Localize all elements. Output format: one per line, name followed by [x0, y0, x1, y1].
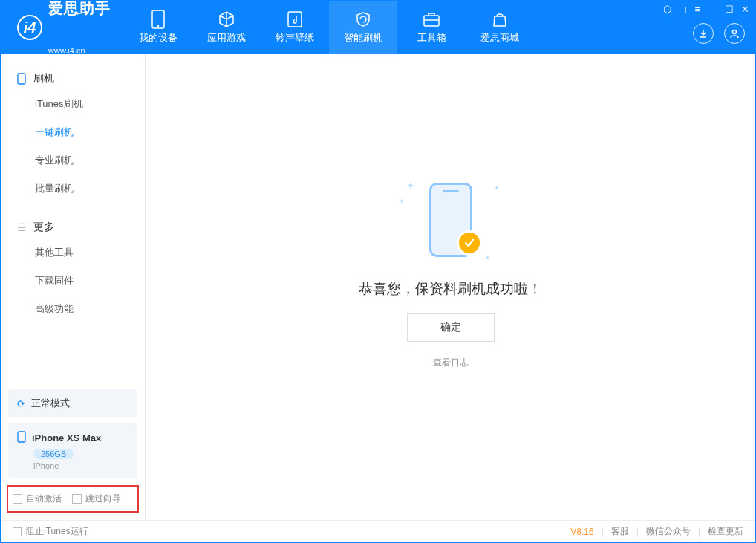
status-label: 正常模式	[31, 397, 70, 410]
footer-wechat-link[interactable]: 微信公众号	[646, 525, 691, 538]
footer-support-link[interactable]: 客服	[611, 525, 629, 538]
svg-rect-2	[288, 12, 302, 27]
briefcase-icon	[423, 10, 440, 28]
device-mode-status[interactable]: ⟳ 正常模式	[8, 389, 137, 417]
footer: 阻止iTunes运行 V8.16 | 客服 | 微信公众号 | 检查更新	[1, 520, 755, 542]
sidebar-head-more: ☰ 更多	[1, 216, 145, 238]
check-badge-icon	[457, 230, 482, 256]
ok-button[interactable]: 确定	[407, 313, 495, 342]
app-name: 爱思助手	[48, 0, 111, 46]
sparkle-icon: ✦	[485, 254, 491, 261]
bag-icon	[491, 10, 509, 28]
device-icon	[17, 431, 26, 445]
highlighted-checkbox-row: 自动激活 跳过向导	[7, 485, 139, 513]
user-button[interactable]	[724, 23, 745, 44]
refresh-icon: ⟳	[17, 398, 25, 409]
device-name: iPhone XS Max	[32, 432, 101, 443]
maximize-button[interactable]: ☐	[725, 4, 734, 15]
cube-icon	[218, 10, 235, 28]
sidebar-item-advanced[interactable]: 高级功能	[1, 295, 145, 323]
download-button[interactable]	[693, 23, 714, 44]
tab-store[interactable]: 爱思商城	[466, 1, 534, 54]
main-panel: ✦ ✦ ✦ ✦ 恭喜您，保资料刷机成功啦！ 确定 查看日志	[146, 54, 755, 520]
sidebar: 刷机 iTunes刷机 一键刷机 专业刷机 批量刷机 ☰ 更多 其他工具 下载固…	[1, 54, 146, 520]
checkbox-icon	[72, 494, 82, 504]
sidebar-item-itunes-flash[interactable]: iTunes刷机	[1, 90, 145, 118]
sidebar-head-label: 刷机	[33, 72, 54, 85]
phone-icon	[16, 73, 27, 85]
app-logo: i4 爱思助手 www.i4.cn	[1, 0, 124, 55]
skin-icon[interactable]: ⬡	[663, 4, 671, 15]
feedback-icon[interactable]: ◻	[679, 4, 687, 15]
checkbox-label: 自动激活	[26, 492, 62, 505]
footer-update-link[interactable]: 检查更新	[708, 525, 743, 538]
version-label: V8.16	[570, 527, 593, 537]
tab-label: 铃声壁纸	[276, 31, 314, 45]
sidebar-head-label: 更多	[33, 221, 54, 234]
sidebar-item-batch-flash[interactable]: 批量刷机	[1, 175, 145, 203]
success-message: 恭喜您，保资料刷机成功啦！	[359, 279, 542, 299]
device-info-box[interactable]: iPhone XS Max 256GB iPhone	[8, 423, 137, 478]
tab-apps-games[interactable]: 应用游戏	[192, 1, 261, 54]
success-illustration: ✦ ✦ ✦ ✦	[399, 175, 503, 264]
list-icon: ☰	[16, 221, 27, 233]
tab-label: 智能刷机	[344, 31, 382, 45]
svg-point-4	[733, 30, 737, 34]
sparkle-icon: ✦	[399, 198, 405, 205]
tab-ringtone-wallpaper[interactable]: 铃声壁纸	[261, 1, 329, 54]
sparkle-icon: ✦	[406, 180, 415, 192]
tab-my-device[interactable]: 我的设备	[124, 1, 192, 54]
sidebar-item-other-tools[interactable]: 其他工具	[1, 238, 145, 267]
device-type: iPhone	[33, 461, 128, 470]
view-log-link[interactable]: 查看日志	[433, 357, 469, 369]
checkbox-label: 阻止iTunes运行	[26, 525, 88, 538]
svg-rect-5	[18, 74, 25, 84]
sidebar-item-oneclick-flash[interactable]: 一键刷机	[1, 118, 145, 146]
checkbox-auto-activate[interactable]: 自动激活	[13, 492, 62, 505]
device-icon	[149, 10, 167, 28]
menu-icon[interactable]: ≡	[694, 4, 700, 15]
tab-toolbox[interactable]: 工具箱	[397, 1, 466, 54]
sidebar-item-pro-flash[interactable]: 专业刷机	[1, 146, 145, 175]
checkbox-icon	[13, 494, 22, 504]
svg-rect-3	[424, 16, 439, 26]
sidebar-head-flash: 刷机	[1, 68, 145, 90]
minimize-button[interactable]: —	[708, 4, 717, 15]
svg-rect-6	[18, 432, 25, 442]
device-capacity: 256GB	[33, 449, 74, 459]
close-button[interactable]: ✕	[741, 4, 749, 15]
tab-label: 应用游戏	[207, 31, 246, 45]
checkbox-block-itunes[interactable]: 阻止iTunes运行	[13, 525, 88, 538]
sidebar-item-download-firmware[interactable]: 下载固件	[1, 267, 145, 295]
refresh-shield-icon	[354, 10, 372, 28]
svg-point-1	[157, 25, 159, 27]
checkbox-label: 跳过向导	[85, 492, 121, 505]
main-tabs: 我的设备 应用游戏 铃声壁纸 智能刷机 工具箱 爱思商城	[124, 1, 534, 54]
checkbox-skip-guide[interactable]: 跳过向导	[72, 492, 121, 505]
tab-label: 工具箱	[417, 31, 446, 45]
logo-icon: i4	[17, 15, 42, 40]
header-actions	[693, 23, 745, 44]
window-controls-top: ⬡ ◻ ≡ — ☐ ✕	[663, 4, 749, 15]
titlebar: i4 爱思助手 www.i4.cn 我的设备 应用游戏 铃声壁纸 智能刷机 工具…	[1, 1, 755, 54]
sparkle-icon: ✦	[494, 184, 500, 192]
tab-label: 我的设备	[139, 31, 177, 45]
checkbox-icon	[13, 527, 22, 536]
app-url: www.i4.cn	[48, 46, 111, 55]
tab-label: 爱思商城	[480, 31, 519, 45]
music-file-icon	[286, 10, 304, 28]
tab-smart-flash[interactable]: 智能刷机	[329, 1, 397, 54]
